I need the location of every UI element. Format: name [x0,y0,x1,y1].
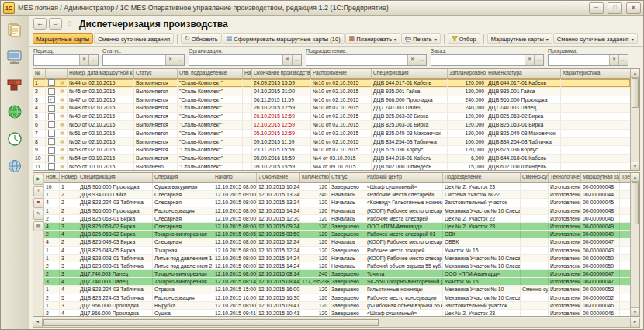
route-column-header[interactable]: Номенклатура [486,69,561,78]
operation-row[interactable]: 23ДЦ7.740.003 ПалецТокарно-винторезная12… [44,270,630,278]
operation-row[interactable]: 24ДЦ7.966.000 ПрокладкаСушка12.10.2015 0… [44,310,630,316]
clear-icon[interactable]: ✕ [609,55,618,65]
ops-column-header[interactable]: Сменно-сут... [521,173,549,182]
operation-row[interactable]: 24ДЦВ 825.063-02 БиркаТокарно-винторезна… [44,231,630,238]
maximize-button[interactable]: □ [608,2,622,14]
plan-button[interactable]: ▦ Планировать ▾ [345,33,400,44]
shift-tasks-menu-button[interactable]: Сменно-суточные задания ▾ [553,33,638,44]
tab-route-cards[interactable]: Маршрутные карты [33,33,93,44]
refresh-button[interactable]: ↻ Обновить [181,33,222,44]
route-card-row[interactable]: 10▤№54 от 03.10.2015Выполняется"Сталь-Ко… [33,155,630,163]
filter-input-department[interactable]: ✕… [306,54,427,66]
route-column-header[interactable]: Статус [134,69,178,78]
route-column-header[interactable]: Распоряжение [311,69,372,78]
row-checkbox[interactable] [48,147,55,154]
operation-row[interactable]: 42ДЦВ 825.049-03 БиркаСлесарная12.10.201… [44,238,630,246]
sidebar-item-services[interactable] [3,155,26,177]
row-checkbox[interactable] [48,105,55,112]
ops-column-header[interactable]: Требует ОТ [620,173,630,182]
report-operation-button[interactable]: ▤ [33,221,43,231]
ops-column-header[interactable]: ↓ Окончание [257,173,300,182]
ops-column-header[interactable]: Спецификация [78,173,153,182]
filter-input-organization[interactable]: ✕… [189,54,302,66]
operation-row[interactable]: 13ДЦВ 823.003-01 ТабличкаЛитье под давле… [44,255,630,262]
scroll-down-icon[interactable]: ▼ [631,162,639,170]
horizontal-scrollbar[interactable]: ◄ ► [33,318,640,328]
operation-row[interactable]: 23ДЦВ 825.063-01 БиркаСлесарная12.10.201… [44,215,630,223]
ops-table-vscrollbar[interactable]: ▲ ▼ [630,173,639,316]
clear-icon[interactable]: ✕ [165,55,175,65]
operation-row[interactable]: 12ДЦВ 934.000 ГайкаСлесарная12.10.2015 0… [44,191,630,199]
row-checkbox[interactable] [48,113,55,120]
route-card-row[interactable]: 5▤№49 от 02.10.2015Выполняется"Сталь-Ком… [33,113,630,121]
route-card-row[interactable]: 4▤№48 от 02.10.2015Выполняется"Сталь-Ком… [33,104,630,113]
generate-route-cards-button[interactable]: ▤ Сформировать маршрутные карты (10) [223,33,345,44]
sidebar-item-production[interactable] [3,74,26,96]
choose-icon[interactable]: … [175,55,184,65]
filter-button[interactable]: Отбор [448,33,480,44]
close-button[interactable]: ✕ [626,2,641,14]
route-column-header[interactable]: Номер, дата маршрутной кар... [68,69,134,78]
route-card-row[interactable]: 2▤№45 от 02.10.2015Выполняется"Сталь-Ком… [33,88,630,96]
sidebar-item-monitoring[interactable] [3,128,26,150]
scroll-thumb[interactable] [632,182,639,224]
route-card-row[interactable]: 7▤№51 от 02.10.2015Выполняется"Сталь-Ком… [33,130,630,138]
filter-input-program[interactable]: ✕… [548,54,628,66]
forward-button[interactable]: → [49,18,62,30]
row-checkbox[interactable] [48,79,55,86]
route-column-header[interactable]: Запланировано [448,69,486,78]
operation-row[interactable]: 13ДЦ7.966.000 ПрокладкаВырубка12.10.2015… [44,302,630,310]
route-table-vscrollbar[interactable]: ▲ ▼ [630,69,639,170]
row-checkbox[interactable] [48,138,55,145]
choose-icon[interactable]: … [534,55,543,65]
choose-icon[interactable]: … [292,55,301,65]
operation-row[interactable]: 12ДЦВ 966.000 ПрокладкаРасконсервация12.… [44,207,630,215]
route-column-header[interactable]: Отв. подразделение [178,69,243,78]
row-checkbox[interactable] [48,163,55,170]
back-button[interactable]: ← [33,18,47,30]
row-checkbox[interactable]: ✓ [48,96,55,103]
ops-column-header[interactable]: Количество [300,173,330,182]
route-card-row[interactable]: 11▤№55 от 10.10.2015Выполнено"Сталь-Комп… [33,163,630,170]
scroll-left-icon[interactable]: ◄ [33,318,43,327]
sidebar-item-workstation[interactable] [3,47,26,68]
row-checkbox[interactable] [48,88,55,95]
minimize-button[interactable]: ─ [589,2,604,14]
ops-column-header[interactable]: Операция [153,173,213,182]
route-column-header[interactable]: Окончание производства [252,69,311,78]
sidebar-item-planning[interactable] [3,101,26,123]
operation-row[interactable]: 43ДЦВ 825.063-02 БиркаСлесарная12.10.201… [44,223,630,231]
operation-row[interactable]: 101ДЦВ 966.000 ПрокладкаСушка вакуумная1… [44,183,630,191]
edit-operation-button[interactable]: ✎ [33,210,43,220]
row-checkbox[interactable] [48,121,55,128]
route-column-header[interactable]: № [33,69,46,78]
route-column-header[interactable]: Спецификация [372,69,448,78]
scroll-down-icon[interactable]: ▼ [631,307,639,316]
ops-column-header[interactable]: Рабочий центр [365,173,443,182]
operation-row[interactable]: 14ДЦВ 823.224-03 ТабличкаОтрезка12.10.20… [44,286,630,294]
print-button[interactable]: Печать ▾ [401,33,441,44]
choose-icon[interactable]: … [417,55,426,65]
route-card-row[interactable]: 1▤№44 от 02.10.2015Выполняется"Сталь-Ком… [33,79,630,88]
route-column-header[interactable]: Начало пр... [243,69,252,78]
tab-shift-tasks[interactable]: Сменно-суточные задания [94,33,174,44]
ops-column-header[interactable]: Номер эт... [60,173,78,182]
ops-column-header[interactable]: Начало [213,173,257,182]
scroll-thumb[interactable] [43,319,379,326]
clear-icon[interactable]: ✕ [407,55,417,65]
favorite-star-icon[interactable]: ☆ [66,19,73,28]
ops-column-header[interactable]: Подразделение [443,173,521,182]
route-column-header[interactable]: Характеристика [561,69,630,78]
row-checkbox[interactable] [48,130,55,137]
scroll-up-icon[interactable]: ▲ [631,173,639,182]
ops-column-header[interactable]: Технологиче... [549,173,581,182]
stop-operation-button[interactable]: ■ [33,198,43,208]
operation-row[interactable]: 23ДЦВ 823.003-01 ТабличкаЛитье под давле… [44,262,630,270]
clear-icon[interactable]: ✕ [525,55,534,65]
title-bar[interactable]: 1С MES полная / Администратор / 1С MES О… [1,1,643,16]
route-column-header[interactable] [57,69,68,78]
route-column-header[interactable] [46,69,57,78]
row-checkbox[interactable] [48,155,55,162]
clear-icon[interactable]: ✕ [282,55,292,65]
route-card-row[interactable]: 3✓▤№47 от 02.10.2015Выполняется"Сталь-Ко… [33,96,630,105]
